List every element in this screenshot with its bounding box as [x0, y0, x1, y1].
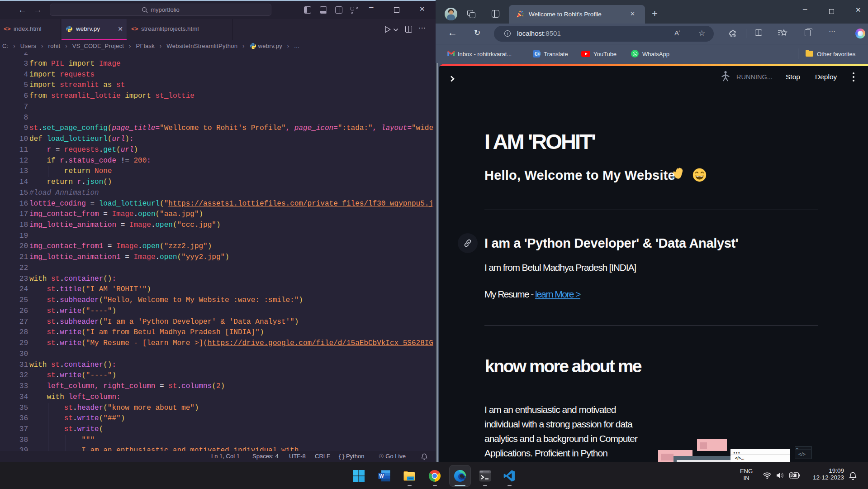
svg-text:W: W: [379, 473, 384, 479]
